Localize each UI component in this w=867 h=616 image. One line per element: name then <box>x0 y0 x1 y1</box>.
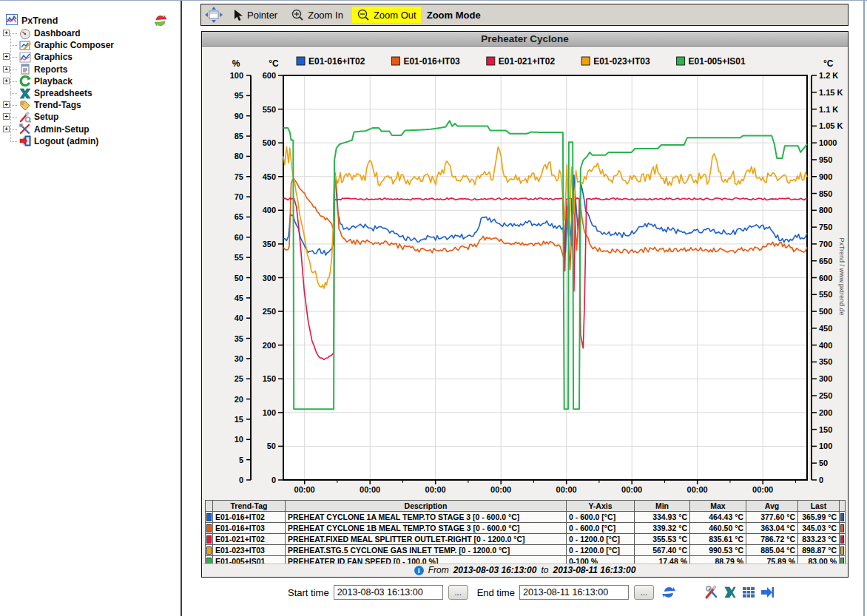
svg-text:00:00: 00:00 <box>556 485 577 494</box>
svg-text:600: 600 <box>819 274 832 282</box>
table-header: Max <box>690 501 746 512</box>
svg-text:80: 80 <box>235 152 243 160</box>
expander-plus-icon[interactable]: + <box>3 30 10 36</box>
svg-text:450: 450 <box>263 172 276 181</box>
expander-plus-icon[interactable]: + <box>3 113 10 120</box>
zoom-out-button[interactable]: Zoom Out <box>352 7 421 23</box>
cell-tag: E01-023+IT03 <box>213 545 286 556</box>
adminsetup-icon <box>19 123 31 135</box>
cell-description: PREHEAT CYCLONE 1A MEAL TEMP.TO STAGE 3 … <box>286 512 567 523</box>
pxtrend-logo-icon <box>6 14 18 28</box>
svg-text:°C: °C <box>269 58 279 69</box>
table-row[interactable]: E01-016+IT03PREHEAT CYCLONE 1B MEAL TEMP… <box>206 523 846 534</box>
start-time-browse-button[interactable]: ... <box>448 585 468 600</box>
svg-text:85: 85 <box>235 132 243 141</box>
to-label: to <box>541 565 548 575</box>
zoom-in-button[interactable]: Zoom In <box>286 7 348 23</box>
cell-yaxis: 0 - 1200.0 [°C] <box>567 545 635 556</box>
svg-text:%: % <box>232 58 240 69</box>
svg-text:50: 50 <box>235 274 243 282</box>
cell-max: 990.53 °C <box>690 545 746 556</box>
cell-yaxis: 0 - 600.0 [°C] <box>567 523 635 534</box>
svg-text:30: 30 <box>235 354 243 363</box>
end-time-browse-button[interactable]: ... <box>634 585 654 600</box>
start-time-input[interactable] <box>334 585 443 600</box>
table-row[interactable]: E01-023+IT03PREHEAT.STG.5 CYCLONE GAS IN… <box>206 545 846 556</box>
refresh-icon[interactable] <box>661 585 676 600</box>
end-time-label: End time <box>477 587 515 598</box>
cell-tag: E01-016+IT03 <box>213 523 286 534</box>
svg-text:150: 150 <box>819 425 832 434</box>
main-content: Pointer Zoom In Zoom Out Zoom Mode Prehe… <box>200 1 849 616</box>
sidebar-item-spreadsheets[interactable]: Spreadsheets <box>0 87 181 99</box>
sidebar-divider <box>181 1 182 616</box>
svg-text:200: 200 <box>263 341 276 350</box>
svg-text:00:00: 00:00 <box>425 485 446 494</box>
pan-icon[interactable] <box>204 6 223 24</box>
expander-plus-icon[interactable]: + <box>3 101 10 108</box>
svg-text:0: 0 <box>239 475 243 484</box>
svg-text:00:00: 00:00 <box>490 485 511 494</box>
svg-text:45: 45 <box>235 294 243 302</box>
sidebar-item-label: Graphics <box>34 52 72 62</box>
sidebar-item-graphics[interactable]: +Graphics <box>0 51 181 63</box>
table-view-icon[interactable] <box>741 585 756 600</box>
svg-text:450: 450 <box>819 324 832 333</box>
table-header: Y-Axis <box>567 501 635 512</box>
cell-last: 833.23 °C <box>798 534 840 545</box>
svg-text:00:00: 00:00 <box>294 485 315 494</box>
svg-text:250: 250 <box>819 391 832 400</box>
sidebar-item-graphic-composer[interactable]: Graphic Composer <box>0 39 181 51</box>
refresh-tree-icon[interactable] <box>154 14 167 27</box>
cell-avg: 363.04 °C <box>746 523 798 534</box>
svg-text:850: 850 <box>819 189 832 198</box>
sidebar-item-pxtrend[interactable]: PxTrend <box>0 14 181 27</box>
end-time-input[interactable] <box>519 585 629 600</box>
table-row[interactable]: E01-016+IT02PREHEAT CYCLONE 1A MEAL TEMP… <box>206 512 846 523</box>
expander-plus-icon[interactable]: + <box>3 53 10 60</box>
app-title: PxTrend <box>21 16 58 26</box>
nav-tree: PxTrend +DashboardGraphic Composer+Graph… <box>0 1 181 147</box>
svg-text:00:00: 00:00 <box>360 485 380 494</box>
tools-icon[interactable] <box>704 585 719 600</box>
reports-icon <box>19 64 31 75</box>
time-controls: Start time ... End time ... <box>200 583 849 601</box>
svg-text:95: 95 <box>235 91 243 100</box>
expander-plus-icon[interactable]: + <box>3 78 10 84</box>
svg-text:700: 700 <box>819 240 832 248</box>
expander-plus-icon[interactable]: + <box>3 126 10 132</box>
trend-tag-table: Trend-TagDescriptionY-AxisMinMaxAvgLast … <box>205 500 846 567</box>
svg-text:60: 60 <box>235 233 243 242</box>
pointer-button[interactable]: Pointer <box>228 7 282 23</box>
excel-export-icon[interactable] <box>723 585 738 600</box>
goto-end-icon[interactable] <box>760 585 775 600</box>
expander-plus-icon[interactable]: + <box>3 66 10 72</box>
playback-icon <box>19 75 31 87</box>
svg-text:15: 15 <box>235 415 243 424</box>
svg-text:40: 40 <box>235 314 243 322</box>
svg-text:75: 75 <box>235 172 243 181</box>
svg-text:00:00: 00:00 <box>752 485 773 494</box>
svg-text:0: 0 <box>271 475 276 484</box>
svg-text:E01-023+IT03: E01-023+IT03 <box>593 56 650 67</box>
zoom-out-icon <box>357 8 370 21</box>
sidebar-item-reports[interactable]: +Reports <box>0 64 181 75</box>
svg-text:10: 10 <box>235 435 243 444</box>
sidebar-item-trend-tags[interactable]: +Trend-Tags <box>0 99 181 111</box>
trend-chart[interactable]: %°C°C05101520253035404550556065707580859… <box>202 47 848 495</box>
svg-text:50: 50 <box>267 441 276 450</box>
svg-text:400: 400 <box>263 206 276 214</box>
sidebar-item-logout-admin[interactable]: Logout (admin) <box>0 135 181 147</box>
sidebar-item-setup[interactable]: +Setup <box>0 111 181 123</box>
cell-min: 339.32 °C <box>635 523 690 534</box>
sidebar-item-dashboard[interactable]: +Dashboard <box>0 27 181 39</box>
svg-text:65: 65 <box>235 212 243 221</box>
svg-text:300: 300 <box>819 374 832 383</box>
table-row[interactable]: E01-021+IT02PREHEAT.FIXED MEAL SPLITTER … <box>206 534 846 545</box>
cell-min: 334.93 °C <box>635 512 690 523</box>
sidebar: PxTrend +DashboardGraphic Composer+Graph… <box>0 1 181 616</box>
svg-text:750: 750 <box>819 223 832 231</box>
sidebar-item-playback[interactable]: +Playback <box>0 75 181 87</box>
sidebar-item-admin-setup[interactable]: +Admin-Setup <box>0 123 181 135</box>
cell-last: 898.87 °C <box>798 545 840 556</box>
